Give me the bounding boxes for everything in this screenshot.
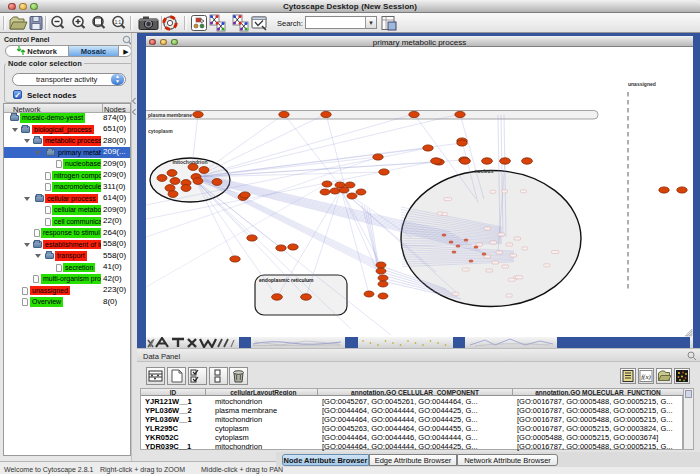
svg-text:1:1: 1:1 — [115, 20, 122, 25]
svg-text:plasma membrane: plasma membrane — [148, 112, 192, 118]
svg-text:nucleus: nucleus — [475, 168, 494, 174]
svg-text:f(x): f(x) — [641, 373, 651, 381]
svg-text:endoplasmic reticulum: endoplasmic reticulum — [259, 277, 314, 283]
svg-text:cytoplasm: cytoplasm — [148, 128, 173, 134]
svg-text:unassigned: unassigned — [628, 81, 656, 87]
